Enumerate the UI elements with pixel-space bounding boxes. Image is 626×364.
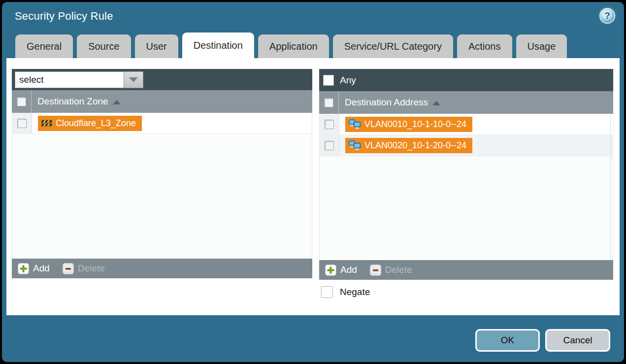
title-bar: Security Policy Rule ? <box>2 2 624 33</box>
address-select-all-cell <box>319 91 339 114</box>
address-list: VLAN0010_10-1-10-0--24 <box>319 114 613 260</box>
address-entry-label: VLAN0010_10-1-10-0--24 <box>364 119 466 130</box>
address-any-checkbox[interactable] <box>323 75 334 86</box>
address-row-checkbox[interactable] <box>325 141 334 150</box>
address-delete-button[interactable]: Delete <box>370 265 412 276</box>
address-column-label[interactable]: Destination Address <box>345 97 440 108</box>
tab-actions[interactable]: Actions <box>457 34 512 58</box>
address-entry[interactable]: VLAN0010_10-1-10-0--24 <box>345 117 472 132</box>
scrollbar-track[interactable] <box>610 114 611 260</box>
negate-row: Negate <box>321 286 370 298</box>
zone-barricade-icon <box>41 119 52 128</box>
security-policy-rule-dialog: Security Policy Rule ? General Source Us… <box>2 2 624 362</box>
network-address-icon <box>348 119 361 129</box>
address-any-label: Any <box>340 75 356 86</box>
tab-source[interactable]: Source <box>77 34 131 58</box>
negate-label: Negate <box>340 287 370 298</box>
destination-tab-content: Destination Zone <box>6 58 620 315</box>
zone-row-checkbox[interactable] <box>17 119 27 128</box>
minus-icon <box>63 263 74 274</box>
network-address-icon <box>348 140 361 150</box>
tab-usage[interactable]: Usage <box>516 34 567 58</box>
zone-filter-bar <box>12 69 312 90</box>
help-icon[interactable]: ? <box>600 9 614 23</box>
zone-select-all-cell <box>12 90 32 113</box>
zone-select-all-checkbox[interactable] <box>17 97 26 106</box>
plus-icon <box>18 263 29 274</box>
address-entry[interactable]: VLAN0020_10-1-20-0--24 <box>345 138 472 153</box>
address-list-item: VLAN0020_10-1-20-0--24 <box>320 135 613 156</box>
tab-general[interactable]: General <box>15 34 73 58</box>
tab-bar: General Source User Destination Applicat… <box>2 33 624 58</box>
address-row-checkbox-cell <box>320 135 339 156</box>
zone-list-item: Cloudflare_L3_Zone <box>12 113 312 134</box>
address-row-checkbox-cell <box>320 114 339 134</box>
address-column-header: Destination Address <box>319 91 613 114</box>
zone-select-dropdown-button[interactable] <box>124 71 143 88</box>
tab-destination[interactable]: Destination <box>182 33 254 58</box>
destination-address-panel: Any Destination Address <box>319 69 613 280</box>
zone-add-button[interactable]: Add <box>18 263 50 274</box>
sort-ascending-icon <box>113 100 121 104</box>
address-panel-footer: Add Delete <box>319 260 613 280</box>
zone-entry[interactable]: Cloudflare_L3_Zone <box>38 116 142 131</box>
zone-row-content: Cloudflare_L3_Zone <box>32 113 312 133</box>
address-any-bar: Any <box>319 69 613 91</box>
zone-select-combo <box>15 71 143 88</box>
address-select-all-checkbox[interactable] <box>324 98 333 107</box>
negate-checkbox[interactable] <box>321 286 333 298</box>
address-add-button[interactable]: Add <box>325 265 357 276</box>
cancel-button[interactable]: Cancel <box>545 329 610 352</box>
zone-entry-label: Cloudflare_L3_Zone <box>56 118 136 129</box>
zone-row-checkbox-cell <box>12 113 32 133</box>
address-list-item: VLAN0010_10-1-10-0--24 <box>320 114 613 135</box>
tab-application[interactable]: Application <box>258 34 329 58</box>
ok-button[interactable]: OK <box>475 329 540 352</box>
address-row-content: VLAN0010_10-1-10-0--24 <box>339 114 613 134</box>
zone-column-label[interactable]: Destination Zone <box>37 96 121 107</box>
tab-user[interactable]: User <box>135 34 178 58</box>
sort-ascending-icon <box>432 101 440 105</box>
minus-icon <box>370 265 381 276</box>
zone-delete-button[interactable]: Delete <box>63 263 105 274</box>
plus-icon <box>325 265 336 276</box>
zone-list: Cloudflare_L3_Zone <box>12 113 312 259</box>
zone-panel-footer: Add Delete <box>12 259 312 278</box>
dialog-title: Security Policy Rule <box>15 10 113 23</box>
address-row-checkbox[interactable] <box>325 120 334 129</box>
zone-select-input[interactable] <box>15 71 124 88</box>
destination-zone-panel: Destination Zone <box>12 69 312 278</box>
address-entry-label: VLAN0020_10-1-20-0--24 <box>364 140 466 151</box>
zone-column-header: Destination Zone <box>12 90 312 113</box>
chevron-down-icon <box>129 77 138 82</box>
tab-service-url-category[interactable]: Service/URL Category <box>333 34 453 58</box>
address-row-content: VLAN0020_10-1-20-0--24 <box>339 135 613 156</box>
